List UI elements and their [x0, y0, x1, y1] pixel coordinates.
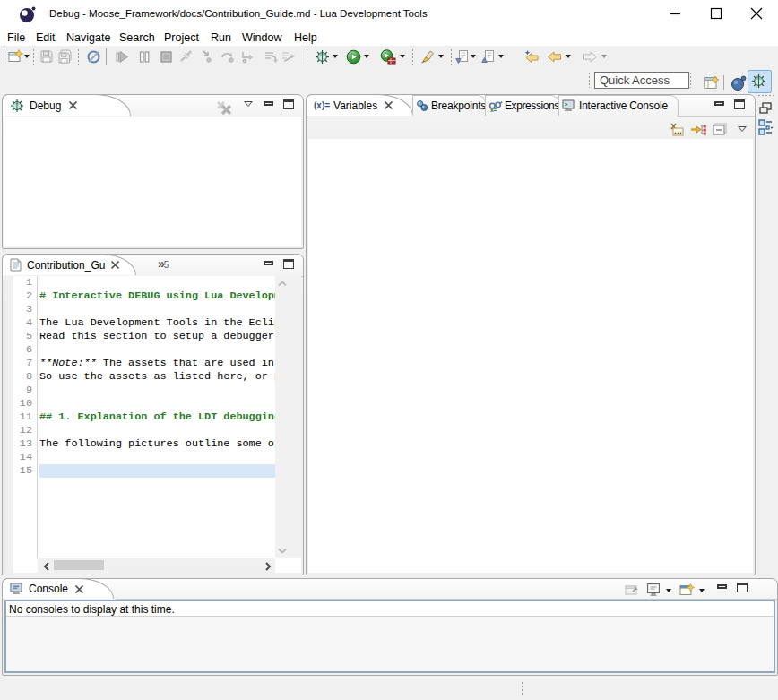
- svg-text:x=: x=: [490, 107, 497, 113]
